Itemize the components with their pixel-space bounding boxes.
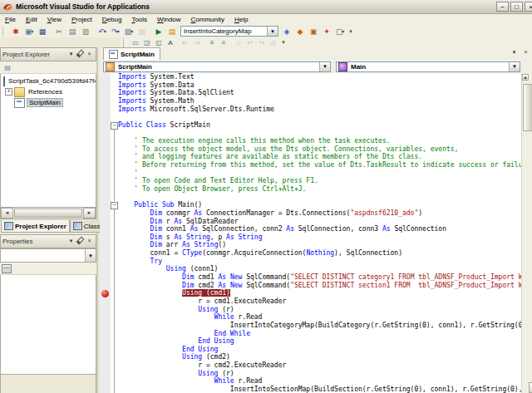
indicator-margin[interactable] xyxy=(100,241,111,249)
start-debug-icon[interactable]: ▶ xyxy=(153,26,165,37)
navigate-icon[interactable]: ▧▾ xyxy=(123,26,135,37)
indicator-margin[interactable] xyxy=(100,137,111,145)
indicator-margin[interactable] xyxy=(100,361,111,370)
increase-indent-icon[interactable]: ⇥ xyxy=(192,38,203,47)
code-line[interactable]: Try xyxy=(100,258,532,266)
menu-community[interactable]: Community xyxy=(186,15,229,24)
code-editor[interactable]: Imports System.TextImports System.DataIm… xyxy=(100,73,532,393)
indicator-margin[interactable] xyxy=(100,177,111,185)
indicator-margin[interactable] xyxy=(100,306,111,314)
toolbar-overflow[interactable]: ▼ xyxy=(348,29,353,34)
indicator-margin[interactable] xyxy=(100,313,111,322)
code-line[interactable]: Dim arr As String() xyxy=(100,241,532,249)
code-line[interactable]: r = cmd2.ExecuteReader xyxy=(100,361,532,370)
code-line[interactable]: While r.Read xyxy=(100,377,532,386)
menu-project[interactable]: Project xyxy=(66,15,97,24)
code-line[interactable]: ' To access the object model, use the Dt… xyxy=(100,145,532,154)
copy-icon[interactable]: ▤ xyxy=(66,26,79,37)
indicator-margin[interactable] xyxy=(100,218,111,226)
types-combo[interactable]: ScriptMain ▼ xyxy=(103,61,331,72)
code-line[interactable]: Imports System.Data xyxy=(100,81,532,90)
chevron-down-icon[interactable]: ▼ xyxy=(509,62,520,71)
menu-view[interactable]: View xyxy=(42,15,66,24)
other-windows-icon[interactable]: ▢▾ xyxy=(334,26,347,37)
code-line[interactable]: conn1 = CType(conmgr.AcquireConnection(N… xyxy=(100,249,532,258)
code-line[interactable]: Dim r As SqlDataReader xyxy=(100,218,532,226)
toolbox-icon[interactable]: ▣ xyxy=(308,26,320,37)
indicator-margin[interactable] xyxy=(100,377,111,386)
code-line[interactable]: ' xyxy=(100,169,532,178)
chevron-down-icon[interactable]: ▾ xyxy=(342,28,344,34)
indicator-margin[interactable] xyxy=(100,185,111,194)
maximize-button[interactable]: □ xyxy=(510,2,523,12)
chevron-down-icon[interactable]: ▾ xyxy=(31,28,33,34)
horizontal-scrollbar[interactable]: ◄ ► xyxy=(0,208,96,219)
properties-object-combo[interactable]: ▼ xyxy=(0,248,96,263)
indicator-margin[interactable] xyxy=(100,322,111,330)
code-line[interactable]: r = cmd1.ExecuteReader xyxy=(100,297,532,306)
chevron-down-icon[interactable]: ▾ xyxy=(117,28,120,34)
indicator-margin[interactable] xyxy=(100,97,111,106)
indicator-margin[interactable] xyxy=(100,370,111,378)
code-line[interactable]: Dim conmgr As ConnectionManager = Dts.Co… xyxy=(100,209,532,218)
chevron-down-icon[interactable]: ▾ xyxy=(131,28,133,34)
code-line[interactable]: Dim cmd1 As New SqlCommand("SELECT DISTI… xyxy=(100,273,532,282)
code-line[interactable]: InsertIntoSectionMap(BuildSection(r.GetS… xyxy=(100,386,532,393)
code-line[interactable]: InsertIntoCategoryMap(BuildCategory(r.Ge… xyxy=(100,322,532,330)
menu-window[interactable]: Window xyxy=(152,15,185,24)
code-line[interactable]: ' The execution engine calls this method… xyxy=(100,137,532,145)
properties-page-icon[interactable]: ▤ xyxy=(2,63,13,72)
code-line[interactable]: Using (r) xyxy=(100,370,532,378)
find-symbol-icon[interactable]: ◈ xyxy=(281,26,293,37)
members-combo[interactable]: Main ▼ xyxy=(336,61,520,72)
indicator-margin[interactable] xyxy=(100,121,111,130)
auto-hide-pin-icon[interactable] xyxy=(76,50,85,59)
code-line[interactable]: ' To open Object Browser, press Ctrl+Alt… xyxy=(100,185,532,194)
indicator-margin[interactable] xyxy=(100,353,111,361)
indicator-margin[interactable] xyxy=(100,233,111,242)
document-list-icon[interactable]: ▾ xyxy=(510,48,519,57)
fold-collapse-icon[interactable] xyxy=(111,121,118,130)
toolbar-gripper[interactable] xyxy=(2,27,7,36)
properties-grid[interactable] xyxy=(0,275,96,375)
indicator-margin[interactable] xyxy=(100,249,111,258)
indicator-margin[interactable] xyxy=(100,106,111,114)
toolbar-overflow[interactable]: ▼ xyxy=(281,40,286,45)
toolbar-gripper[interactable] xyxy=(123,38,127,47)
scroll-up-icon[interactable]: ▲ xyxy=(522,74,529,81)
code-line[interactable]: Imports System.Text xyxy=(100,73,532,81)
code-line[interactable]: Dim s As String, p As String xyxy=(100,233,532,242)
next-bookmark-icon[interactable]: ↪ xyxy=(257,38,268,47)
indicator-margin[interactable] xyxy=(100,89,111,97)
indicator-margin[interactable] xyxy=(100,282,111,290)
script-task-icon[interactable]: ▤ xyxy=(166,26,179,37)
code-line[interactable]: Dim conn1 As SqlConnection, conn2 As Sql… xyxy=(100,225,532,233)
code-line[interactable]: Imports System.Math xyxy=(100,97,532,106)
uncomment-selection-icon[interactable]: ≡ xyxy=(219,38,229,47)
tree-item-references[interactable]: + References xyxy=(1,86,96,97)
menu-file[interactable]: File xyxy=(0,15,21,24)
menu-help[interactable]: Help xyxy=(229,15,253,24)
comment-selection-icon[interactable]: ≡ xyxy=(207,38,218,47)
indicator-margin[interactable] xyxy=(100,73,111,81)
indicator-margin[interactable] xyxy=(100,145,111,154)
paste-icon[interactable]: ▥ xyxy=(80,26,92,37)
breakpoint-margin[interactable] xyxy=(100,289,111,297)
code-line[interactable] xyxy=(100,113,532,121)
indicator-margin[interactable] xyxy=(100,330,111,338)
script-entry-combo[interactable]: InsertIntoCategoryMap ▼ xyxy=(180,26,278,37)
display-member-list-icon[interactable]: ▭ xyxy=(131,38,141,47)
indicator-margin[interactable] xyxy=(100,129,111,137)
menu-edit[interactable]: Edit xyxy=(21,15,42,24)
clear-bookmarks-icon[interactable]: ◎ xyxy=(268,38,279,47)
expand-plus-icon[interactable]: + xyxy=(5,88,12,96)
document-tab-scriptmain[interactable]: ScriptMain xyxy=(103,47,160,60)
tab-project-explorer[interactable]: Project Explorer xyxy=(1,220,70,233)
indicator-margin[interactable] xyxy=(100,113,111,121)
vertical-scrollbar[interactable]: ▲ ▼ xyxy=(521,73,532,393)
tree-item-scriptmain[interactable]: ScriptMain xyxy=(1,97,96,108)
code-line[interactable]: ' and logging features are available as … xyxy=(100,153,532,161)
chevron-down-icon[interactable]: ▼ xyxy=(85,249,96,262)
indicator-margin[interactable] xyxy=(100,225,111,233)
indicator-margin[interactable] xyxy=(100,258,111,266)
